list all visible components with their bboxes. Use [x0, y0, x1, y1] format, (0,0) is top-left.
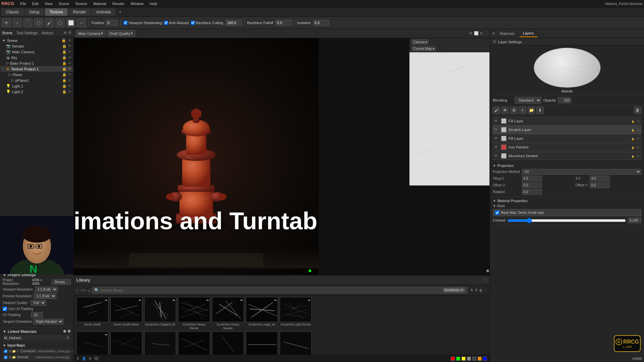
- tab-animate[interactable]: Animate: [92, 8, 116, 16]
- lib-forward-icon[interactable]: ▷: [84, 288, 87, 292]
- tool-settings-tab[interactable]: Tool Settings: [16, 31, 38, 35]
- layer-settings-scratch[interactable]: ⚙: [637, 128, 640, 132]
- tree-texture-project[interactable]: ▼ Texture Project 1 🔒 👁: [1, 66, 73, 72]
- vp-icon-maximize[interactable]: ⬜: [474, 31, 479, 36]
- swatch-orange[interactable]: [478, 357, 482, 361]
- curvature-icon3[interactable]: ✕: [16, 350, 19, 353]
- backface-falloff-input[interactable]: [275, 20, 291, 26]
- layer-eye-fill-2[interactable]: [494, 136, 499, 141]
- swatch-grey[interactable]: [467, 357, 471, 361]
- lib-item-r2-4[interactable]: Scratches: [212, 331, 244, 355]
- isolation-input[interactable]: [313, 20, 329, 26]
- proj-method-select[interactable]: UV: [522, 169, 641, 175]
- menu-edit[interactable]: Edit: [30, 1, 41, 6]
- menu-render[interactable]: Render: [110, 1, 127, 6]
- contrast-slider[interactable]: [507, 218, 626, 223]
- offset-u-input[interactable]: [522, 182, 542, 188]
- scene-settings-icon[interactable]: ⚙: [68, 31, 71, 35]
- layer-eye-scratch[interactable]: [494, 127, 499, 132]
- layer-eye-fill-1[interactable]: [494, 119, 499, 123]
- tree-render[interactable]: 📷 Render 🔒 👁: [1, 43, 73, 49]
- tab-add[interactable]: +: [116, 8, 124, 16]
- tool-cube[interactable]: ⬜: [66, 18, 75, 27]
- status-icon-2[interactable]: 👤: [82, 357, 86, 360]
- swatch-green[interactable]: [456, 357, 460, 361]
- menu-window[interactable]: Window: [128, 1, 146, 6]
- lib-item-scratches-heavy-sparse[interactable]: ☁ Scratches Heavy Sparse: [212, 297, 244, 330]
- tab-render[interactable]: Render: [68, 8, 91, 16]
- tool-paint[interactable]: 🖌: [45, 18, 54, 27]
- swatch-red[interactable]: [451, 357, 455, 361]
- lib-item-scratches-light-dense[interactable]: ☁ Scratches Light Dense: [280, 297, 312, 330]
- lib-item-r2-6[interactable]: Scratches: [280, 331, 312, 355]
- tab-texture[interactable]: Texture: [45, 8, 67, 16]
- layer-aluminum[interactable]: Aluminum Dented ⚙: [493, 152, 641, 160]
- tool-transform[interactable]: ↔: [77, 18, 86, 27]
- sky-eye[interactable]: 👁: [68, 56, 71, 59]
- layer-merge-icon[interactable]: ⬇: [536, 107, 544, 114]
- layer-lock-scratch[interactable]: [631, 128, 635, 132]
- menu-help[interactable]: Help: [147, 1, 160, 6]
- tree-main-camera[interactable]: 📷 Main Camera 🔒 👁: [1, 49, 73, 55]
- tree-scene[interactable]: ▼ Scene 🔒 👁: [1, 38, 73, 43]
- right-tab-materials[interactable]: Materials: [496, 30, 518, 37]
- vp-icon-gear[interactable]: ⚙: [469, 31, 473, 36]
- status-icon-1[interactable]: ⬇: [76, 357, 79, 360]
- layer-add-icon[interactable]: +: [519, 107, 526, 114]
- tree-bake[interactable]: ▷ Bake Project 1 🔒 👁: [1, 60, 73, 66]
- curvature-icon2[interactable]: 📁: [12, 350, 16, 353]
- resize-button[interactable]: Resize...: [52, 279, 71, 285]
- tab-setup[interactable]: Setup: [24, 8, 44, 16]
- preview-res-select[interactable]: 1:1 (Full): [34, 293, 56, 299]
- viewport-shadowing-check[interactable]: Viewport Shadowing: [123, 21, 162, 25]
- layer-settings-btn[interactable]: ⚙: [510, 107, 518, 114]
- render-eye[interactable]: 👁: [68, 44, 71, 48]
- layer-scratch[interactable]: Scratch Layer ⚙: [493, 126, 641, 134]
- scene-tab[interactable]: Scene: [2, 31, 12, 35]
- backface-culling-input[interactable]: [225, 20, 241, 26]
- curvature-icon1[interactable]: ⚙: [9, 350, 11, 353]
- normal-icon2[interactable]: 📁: [12, 356, 16, 359]
- tiling-u-input[interactable]: [522, 176, 542, 181]
- lib-item-r2-2[interactable]: Scratches: [144, 331, 176, 355]
- layer-fill-2[interactable]: Fill Layer ⚙: [493, 134, 641, 142]
- history-tab[interactable]: History: [42, 31, 53, 35]
- tool-poly[interactable]: ⬡: [34, 18, 43, 27]
- layer-fill-1[interactable]: Fill Layer ⚙: [493, 117, 641, 125]
- uv-padding-check[interactable]: Use UV Padding: [3, 307, 71, 311]
- layer-settings-fill-1[interactable]: ⚙: [637, 119, 640, 123]
- status-icon-3[interactable]: ⚙: [89, 357, 92, 360]
- layer-lock-iron[interactable]: [631, 145, 635, 149]
- lib-download-icon[interactable]: ⬇: [470, 288, 473, 292]
- swatch-yellow[interactable]: [462, 357, 466, 361]
- pplane-eye[interactable]: 👁: [68, 78, 71, 82]
- tiling-v-input[interactable]: [590, 176, 610, 181]
- lib-item-r2-3[interactable]: Scratches Mixed: [178, 331, 210, 355]
- swatch-dark[interactable]: [472, 357, 476, 361]
- layer-eye-icon[interactable]: 👁: [501, 107, 509, 114]
- feather-input[interactable]: [106, 20, 118, 26]
- vp-quality-select[interactable]: Full: [31, 300, 46, 306]
- linked-mat-add[interactable]: ⊕: [63, 329, 66, 334]
- menu-texture[interactable]: Texture: [72, 1, 90, 6]
- linked-mat-settings[interactable]: ⚙: [67, 329, 71, 334]
- layer-folder-icon[interactable]: 📁: [528, 107, 535, 114]
- menu-scene[interactable]: Scene: [56, 1, 72, 6]
- light2-eye[interactable]: 👁: [68, 90, 71, 94]
- linked-mat-close[interactable]: ✕: [66, 336, 69, 340]
- status-icon-4[interactable]: ⬛: [94, 357, 98, 360]
- lib-view-icon[interactable]: ⋮: [484, 288, 488, 292]
- layer-lock-fill-2[interactable]: [631, 137, 635, 140]
- scene-eye[interactable]: 👁: [68, 39, 71, 42]
- quality-dropdown[interactable]: Draft Quality ▾: [107, 30, 135, 37]
- normal-check[interactable]: [4, 356, 7, 359]
- rotation-input[interactable]: [522, 189, 542, 195]
- lib-item-r2-0[interactable]: ☁ Scratches Light: [76, 331, 108, 355]
- lib-item-dents-fabric[interactable]: ☁ Dents Small Fabric: [110, 297, 142, 330]
- opacity-input[interactable]: [558, 97, 571, 103]
- vp-icon-fullscreen[interactable]: ⛶: [484, 31, 488, 36]
- lib-delete-icon[interactable]: 🗑: [479, 288, 483, 292]
- tree-pplane[interactable]: ▷ pPlane1 🔒 👁: [1, 77, 73, 83]
- tree-light1[interactable]: 💡 Light 1 🔒 👁: [1, 83, 73, 89]
- swatch-blue[interactable]: [483, 357, 487, 361]
